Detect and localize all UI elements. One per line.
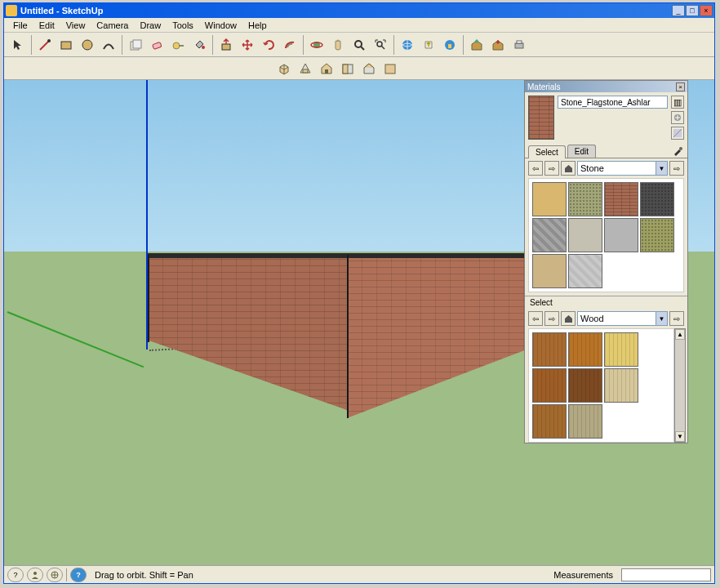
swatch-stone-polished-grey[interactable] xyxy=(568,254,602,288)
display-secondary-pane-button[interactable]: ▥ xyxy=(671,96,684,109)
swatch-stone-granite-green[interactable] xyxy=(568,182,602,216)
right-view[interactable] xyxy=(338,59,358,78)
svg-rect-5 xyxy=(153,42,162,49)
top-view[interactable] xyxy=(296,59,315,78)
menu-file[interactable]: File xyxy=(7,20,33,31)
share-model-tool[interactable] xyxy=(419,35,438,55)
create-material-button[interactable] xyxy=(671,111,684,124)
status-user-button[interactable] xyxy=(27,568,43,582)
material-name-input[interactable] xyxy=(558,96,668,109)
scroll-down-button[interactable]: ▼ xyxy=(675,431,685,442)
menu-tools[interactable]: Tools xyxy=(167,20,199,31)
dropdown-arrow-icon[interactable]: ▼ xyxy=(656,162,667,175)
swatch-wood-mahogany-dark[interactable] xyxy=(568,368,602,403)
nav-back-button[interactable]: ⇦ xyxy=(528,161,543,176)
measurements-input[interactable] xyxy=(621,568,711,581)
swatch-stone-sand[interactable] xyxy=(532,182,567,216)
menu-draw[interactable]: Draw xyxy=(134,20,167,31)
swatch-stone-marble-grey[interactable] xyxy=(532,218,567,252)
menu-help[interactable]: Help xyxy=(242,20,273,31)
status-info-button[interactable]: ? xyxy=(7,568,24,582)
swatch-wood-cherry[interactable] xyxy=(568,332,602,367)
offset-tool[interactable] xyxy=(280,35,300,55)
category-dropdown-stone[interactable]: Stone ▼ xyxy=(577,161,668,176)
line-tool[interactable] xyxy=(35,35,55,55)
materials-panel-titlebar[interactable]: Materials × xyxy=(525,81,687,92)
zoom-tool[interactable] xyxy=(349,35,369,55)
push-pull-tool[interactable] xyxy=(216,35,236,55)
left-view[interactable] xyxy=(380,59,400,78)
swatch-wood-driftwood[interactable] xyxy=(568,404,602,439)
get-models-tool[interactable] xyxy=(398,35,417,55)
svg-point-24 xyxy=(679,147,682,150)
status-help-button[interactable]: ? xyxy=(70,568,87,582)
swatch-stone-travertine[interactable] xyxy=(532,254,567,288)
details-button-2[interactable]: ⇨ xyxy=(669,311,684,326)
svg-point-2 xyxy=(82,40,92,50)
sample-paint-button[interactable] xyxy=(671,145,684,158)
default-material-button[interactable] xyxy=(671,127,684,140)
warehouse-tool-2[interactable] xyxy=(488,35,508,55)
scroll-up-button[interactable]: ▲ xyxy=(675,329,685,340)
swatch-wood-pine-light[interactable] xyxy=(604,332,638,367)
minimize-button[interactable]: _ xyxy=(672,5,685,16)
views-toolbar xyxy=(4,57,714,80)
materials-panel-close[interactable]: × xyxy=(676,82,685,91)
close-button[interactable]: × xyxy=(700,5,713,16)
titlebar[interactable]: Untitled - SketchUp _ □ × xyxy=(4,3,714,18)
svg-rect-17 xyxy=(303,69,308,73)
nav-forward-button-2[interactable]: ⇨ xyxy=(544,311,559,326)
status-geo-button[interactable] xyxy=(47,568,63,582)
zoom-extents-tool[interactable] xyxy=(371,35,390,55)
select-tool[interactable] xyxy=(8,35,28,55)
swatch-wood-oak[interactable] xyxy=(532,332,567,367)
app-window: Untitled - SketchUp _ □ × File Edit View… xyxy=(3,2,715,584)
nav-home-button-2[interactable] xyxy=(561,311,576,326)
select-tab[interactable]: Select xyxy=(528,145,566,158)
edit-tab[interactable]: Edit xyxy=(567,145,596,158)
swatch-stone-concrete[interactable] xyxy=(604,218,638,252)
orbit-tool[interactable] xyxy=(307,35,327,55)
swatch-wood-walnut[interactable] xyxy=(532,368,567,403)
nav-home-button[interactable] xyxy=(561,161,576,176)
stone-swatch-grid xyxy=(528,178,684,292)
eraser-tool[interactable] xyxy=(147,35,167,55)
current-material-preview[interactable] xyxy=(528,96,554,140)
svg-rect-20 xyxy=(343,65,348,74)
rectangle-tool[interactable] xyxy=(56,35,76,55)
nav-back-button-2[interactable]: ⇦ xyxy=(528,311,543,326)
menu-camera[interactable]: Camera xyxy=(91,20,134,31)
dropdown-arrow-icon[interactable]: ▼ xyxy=(656,312,667,325)
swatch-stone-tile-light[interactable] xyxy=(568,218,602,252)
menu-window[interactable]: Window xyxy=(199,20,242,31)
iso-view[interactable] xyxy=(274,59,294,78)
warehouse-tool-1[interactable] xyxy=(467,35,487,55)
pan-tool[interactable] xyxy=(328,35,348,55)
rotate-tool[interactable] xyxy=(259,35,278,55)
front-view[interactable] xyxy=(317,59,336,78)
menubar: File Edit View Camera Draw Tools Window … xyxy=(4,18,714,33)
menu-view[interactable]: View xyxy=(60,20,91,31)
swatch-stone-granite-dark[interactable] xyxy=(640,182,674,216)
paint-bucket-tool[interactable] xyxy=(189,35,209,55)
maximize-button[interactable]: □ xyxy=(686,5,699,16)
materials-panel[interactable]: Materials × ▥ Select Edit ⇦ ⇨ Stone xyxy=(524,80,688,443)
circle-tool[interactable] xyxy=(78,35,97,55)
wood-scrollbar[interactable]: ▲ ▼ xyxy=(674,328,686,443)
swatch-wood-ash[interactable] xyxy=(604,368,638,403)
category-dropdown-wood[interactable]: Wood ▼ xyxy=(577,311,668,326)
print-tool[interactable] xyxy=(509,35,529,55)
swatch-stone-flagstone-ashlar[interactable] xyxy=(604,182,638,216)
menu-edit[interactable]: Edit xyxy=(33,20,60,31)
move-tool[interactable] xyxy=(238,35,257,55)
swatch-stone-mossy[interactable] xyxy=(640,218,674,252)
scroll-track[interactable] xyxy=(675,340,685,431)
swatch-wood-teak[interactable] xyxy=(532,404,567,439)
details-button[interactable]: ⇨ xyxy=(669,161,684,176)
back-view[interactable] xyxy=(359,59,379,78)
make-component-tool[interactable] xyxy=(126,35,145,55)
tape-measure-tool[interactable] xyxy=(168,35,188,55)
arc-tool[interactable] xyxy=(99,35,118,55)
get-photo-texture-tool[interactable] xyxy=(440,35,460,55)
nav-forward-button[interactable]: ⇨ xyxy=(544,161,559,176)
